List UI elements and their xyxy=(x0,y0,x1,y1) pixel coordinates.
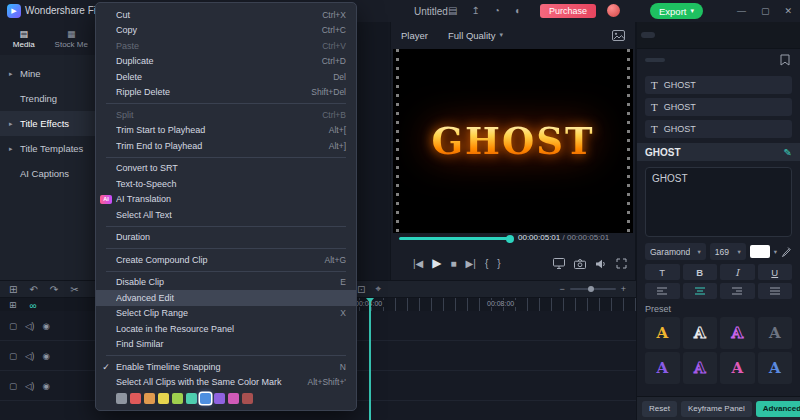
share-icon[interactable]: ↥ xyxy=(471,5,479,16)
visibility-icon[interactable]: ◉ xyxy=(42,321,49,331)
font-size-select[interactable]: 169 ▾ xyxy=(710,243,746,260)
menu-item[interactable]: Find Similar xyxy=(96,337,356,353)
menu-item[interactable]: ✓ Enable Timeline Snapping N xyxy=(96,359,356,375)
menu-item[interactable]: Trim End to Playhead Alt+] xyxy=(96,138,356,154)
advanced-button[interactable]: Advanced xyxy=(756,401,800,417)
mark-out-icon[interactable]: } xyxy=(497,258,500,269)
bookmark-icon[interactable] xyxy=(780,54,790,66)
volume-icon[interactable] xyxy=(595,259,607,269)
text-preset-tile[interactable]: A xyxy=(645,352,680,384)
mute-icon[interactable]: ◁) xyxy=(25,321,34,331)
color-mark-swatch[interactable] xyxy=(116,393,127,404)
layout-icon[interactable]: ▤ xyxy=(448,5,457,16)
text-preset-tile[interactable]: A xyxy=(645,317,680,349)
mark-in-icon[interactable]: { xyxy=(485,258,488,269)
menu-item[interactable]: Advanced Edit xyxy=(96,290,356,306)
text-preset-tile[interactable]: A xyxy=(758,352,793,384)
link-icon[interactable]: ∞ xyxy=(30,300,37,311)
menu-item[interactable]: Paste Ctrl+V xyxy=(96,38,356,54)
keyframe-panel-button[interactable]: Keyframe Panel xyxy=(681,401,752,417)
close-button[interactable]: ✕ xyxy=(784,6,792,16)
color-mark-swatch[interactable] xyxy=(130,393,141,404)
text-preset-tile[interactable]: A xyxy=(720,352,755,384)
panel-tab[interactable] xyxy=(673,32,687,38)
sidebar-item[interactable]: ▸ Mine xyxy=(0,61,95,86)
previous-frame-icon[interactable]: |◀ xyxy=(413,258,423,269)
sidebar-item[interactable]: ▸ Title Effects xyxy=(0,111,95,136)
visibility-icon[interactable]: ◉ xyxy=(42,381,49,391)
align-left-icon[interactable] xyxy=(645,283,680,299)
text-preset-tile[interactable]: A xyxy=(683,352,718,384)
support-icon[interactable]: ◖ xyxy=(514,5,520,16)
monitor-icon[interactable] xyxy=(553,258,565,269)
sidebar-item[interactable]: Trending xyxy=(0,86,95,111)
zoom-out-icon[interactable]: − xyxy=(559,284,564,294)
menu-item[interactable]: Duplicate Ctrl+D xyxy=(96,54,356,70)
minimize-button[interactable]: — xyxy=(737,6,746,16)
quality-dropdown[interactable]: Full Quality ▾ xyxy=(448,30,503,41)
image-icon[interactable] xyxy=(612,30,625,41)
track-grid-icon[interactable]: ⊞ xyxy=(9,300,17,310)
color-mark-swatch[interactable] xyxy=(228,393,239,404)
panel-tab[interactable] xyxy=(641,32,655,38)
menu-item[interactable]: AI AI Translation xyxy=(96,192,356,208)
play-icon[interactable]: ▶ xyxy=(432,256,441,270)
text-color-swatch[interactable] xyxy=(750,245,770,258)
mute-icon[interactable]: ◁) xyxy=(25,351,34,361)
fullscreen-icon[interactable] xyxy=(616,258,627,269)
purchase-button[interactable]: Purchase xyxy=(540,4,596,18)
visibility-icon[interactable]: ◉ xyxy=(42,351,49,361)
underline-button[interactable]: U xyxy=(758,264,793,280)
menu-item[interactable]: Text-to-Speech xyxy=(96,176,356,192)
media-tab[interactable]: ▦ Stock Me xyxy=(48,22,96,55)
text-preset-tile[interactable]: A xyxy=(758,317,793,349)
edit-pen-icon[interactable]: ✎ xyxy=(784,147,792,158)
title-clip-row[interactable]: T GHOST xyxy=(645,120,792,138)
mute-icon[interactable]: ◁) xyxy=(25,381,34,391)
menu-item[interactable]: Convert to SRT xyxy=(96,161,356,177)
track-frame-icon[interactable]: ▢ xyxy=(9,321,17,331)
zoom-slider[interactable] xyxy=(570,288,616,290)
menu-item[interactable]: Select Clip Range X xyxy=(96,306,356,322)
title-text-input[interactable]: GHOST xyxy=(645,167,792,237)
reset-button[interactable]: Reset xyxy=(642,401,677,417)
video-canvas[interactable]: GHOST xyxy=(393,49,633,233)
font-family-select[interactable]: Garamond ▾ xyxy=(645,243,706,260)
text-preset-tile[interactable]: A xyxy=(720,317,755,349)
crop-icon[interactable]: ⊡ xyxy=(357,284,365,295)
stop-icon[interactable]: ■ xyxy=(451,258,457,269)
track-frame-icon[interactable]: ▢ xyxy=(9,381,17,391)
undo-icon[interactable]: ↶ xyxy=(29,284,37,295)
menu-item[interactable]: Cut Ctrl+X xyxy=(96,7,356,23)
split-tool-icon[interactable]: ✂ xyxy=(70,284,78,295)
color-mark-swatch[interactable] xyxy=(200,393,211,404)
text-case-button[interactable]: T xyxy=(645,264,680,280)
menu-item[interactable]: Create Compound Clip Alt+G xyxy=(96,252,356,268)
sidebar-item[interactable]: AI Captions xyxy=(0,161,95,186)
track-frame-icon[interactable]: ▢ xyxy=(9,351,17,361)
title-clip-row[interactable]: T GHOST xyxy=(645,98,792,116)
redo-icon[interactable]: ↷ xyxy=(50,284,58,295)
title-clip-row[interactable]: T GHOST xyxy=(645,76,792,94)
notifications-icon[interactable]: ◔ xyxy=(494,5,500,16)
marker-icon[interactable]: ⌖ xyxy=(375,283,381,295)
menu-item[interactable]: Split Ctrl+B xyxy=(96,107,356,123)
menu-item[interactable]: Copy Ctrl+C xyxy=(96,23,356,39)
align-justify-icon[interactable] xyxy=(758,283,793,299)
eyedropper-icon[interactable] xyxy=(781,246,792,257)
panel-tab[interactable] xyxy=(657,32,671,38)
color-mark-swatch[interactable] xyxy=(186,393,197,404)
next-frame-icon[interactable]: ▶| xyxy=(466,258,476,269)
zoom-in-icon[interactable]: + xyxy=(621,284,626,294)
align-right-icon[interactable] xyxy=(720,283,755,299)
media-tab[interactable]: ▤ Media xyxy=(0,22,48,55)
menu-item[interactable]: Select All Text xyxy=(96,207,356,223)
color-mark-swatch[interactable] xyxy=(214,393,225,404)
snapshot-camera-icon[interactable] xyxy=(574,259,586,269)
bold-button[interactable]: B xyxy=(683,264,718,280)
menu-item[interactable]: Duration xyxy=(96,230,356,246)
color-mark-swatch[interactable] xyxy=(158,393,169,404)
italic-button[interactable]: I xyxy=(720,264,755,280)
align-center-icon[interactable] xyxy=(683,283,718,299)
menu-item[interactable]: Delete Del xyxy=(96,69,356,85)
